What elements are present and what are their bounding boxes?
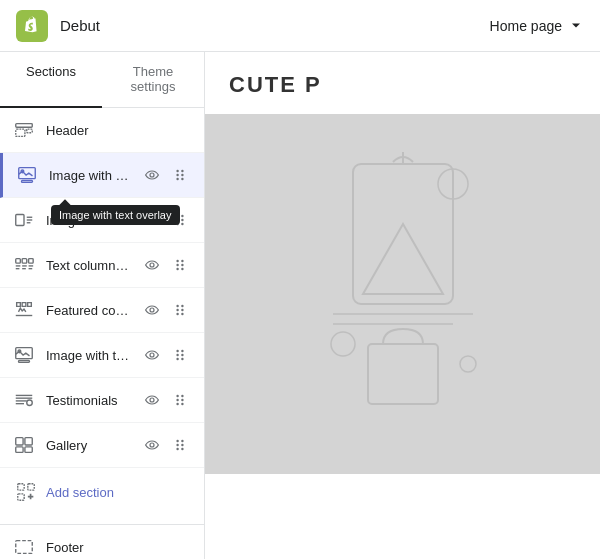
svg-rect-81 [28,484,34,490]
section-label-image-overlay-1: Image with text ov... [49,168,130,183]
visibility-button-6[interactable] [140,388,164,412]
section-item-gallery[interactable]: Gallery [0,423,204,468]
section-item-image-overlay-2[interactable]: Image with text ov... [0,333,204,378]
svg-point-11 [181,174,183,176]
svg-point-53 [176,358,178,360]
svg-point-12 [181,178,183,180]
section-actions-4 [140,298,192,322]
svg-point-37 [181,260,183,262]
sidebar: Sections Theme settings Header [0,52,205,559]
svg-point-38 [181,264,183,266]
svg-point-34 [176,260,178,262]
svg-point-39 [181,268,183,270]
visibility-button-3[interactable] [140,253,164,277]
add-section-button[interactable]: Add section [0,468,204,516]
svg-point-21 [181,215,183,217]
svg-point-88 [460,356,476,372]
svg-point-52 [176,354,178,356]
section-item-image-text[interactable]: Image with text [0,198,204,243]
svg-point-44 [181,305,183,307]
svg-rect-47 [16,348,33,359]
visibility-button-2[interactable] [140,208,164,232]
section-label-gallery: Gallery [46,438,130,453]
svg-point-7 [176,170,178,172]
section-actions-6 [140,388,192,412]
svg-point-61 [27,400,33,406]
chevron-down-icon [568,18,584,34]
svg-rect-69 [16,438,23,445]
svg-point-43 [176,313,178,315]
svg-point-68 [181,403,183,405]
image-text-icon [12,208,36,232]
tab-sections[interactable]: Sections [0,52,102,108]
section-item-text-columns[interactable]: Text columns with i... [0,243,204,288]
footer-icon [12,535,36,559]
svg-point-56 [181,358,183,360]
text-columns-icon [12,253,36,277]
section-item-featured-collection[interactable]: Featured collection [0,288,204,333]
svg-point-62 [150,398,154,402]
svg-point-23 [181,223,183,225]
tab-theme-settings[interactable]: Theme settings [102,52,204,108]
section-item-footer[interactable]: Footer [0,524,204,559]
svg-rect-80 [18,484,24,490]
visibility-button-4[interactable] [140,298,164,322]
drag-handle-3[interactable] [168,253,192,277]
section-label-image-text: Image with text [46,213,130,228]
svg-point-64 [176,399,178,401]
svg-rect-5 [22,181,33,183]
drag-handle-2[interactable] [168,208,192,232]
svg-point-87 [331,332,355,356]
svg-rect-92 [368,344,438,404]
page-selector[interactable]: Home page [490,18,584,34]
svg-point-41 [176,305,178,307]
section-label-header: Header [46,123,192,138]
svg-point-22 [181,219,183,221]
svg-point-50 [150,353,154,357]
svg-point-17 [150,218,154,222]
svg-point-54 [181,350,183,352]
tabs: Sections Theme settings [0,52,204,108]
preview-image [205,114,600,474]
svg-rect-13 [16,215,24,226]
visibility-button-7[interactable] [140,433,164,457]
svg-point-55 [181,354,183,356]
drag-handle-7[interactable] [168,433,192,457]
svg-rect-82 [18,494,24,500]
header-icon [12,118,36,142]
svg-point-66 [181,395,183,397]
section-item-testimonials[interactable]: Testimonials [0,378,204,423]
topbar: Debut Home page [0,0,600,52]
svg-rect-25 [22,259,27,264]
drag-handle-1[interactable] [168,163,192,187]
drag-handle-4[interactable] [168,298,192,322]
image-overlay-icon-1 [15,163,39,187]
section-actions-2 [140,208,192,232]
svg-point-18 [176,215,178,217]
svg-rect-71 [16,447,23,453]
visibility-button-1[interactable] [140,163,164,187]
section-label-featured-collection: Featured collection [46,303,130,318]
visibility-button-5[interactable] [140,343,164,367]
section-item-image-overlay-1[interactable]: Image with text ov... [0,153,204,198]
svg-point-36 [176,268,178,270]
svg-point-45 [181,309,183,311]
drag-handle-5[interactable] [168,343,192,367]
topbar-left: Debut [16,10,100,42]
svg-point-6 [150,173,154,177]
svg-rect-24 [16,259,21,264]
svg-point-20 [176,223,178,225]
store-name: Debut [60,17,100,34]
svg-rect-3 [19,168,36,179]
svg-point-9 [176,178,178,180]
image-overlay-icon-2 [12,343,36,367]
section-item-header[interactable]: Header [0,108,204,153]
section-actions-5 [140,343,192,367]
preview-content: CUTE P [205,52,600,559]
add-section-label: Add section [46,485,114,500]
svg-point-63 [176,395,178,397]
svg-rect-70 [25,438,32,445]
drag-handle-6[interactable] [168,388,192,412]
preview-area: CUTE P [205,52,600,559]
svg-point-35 [176,264,178,266]
